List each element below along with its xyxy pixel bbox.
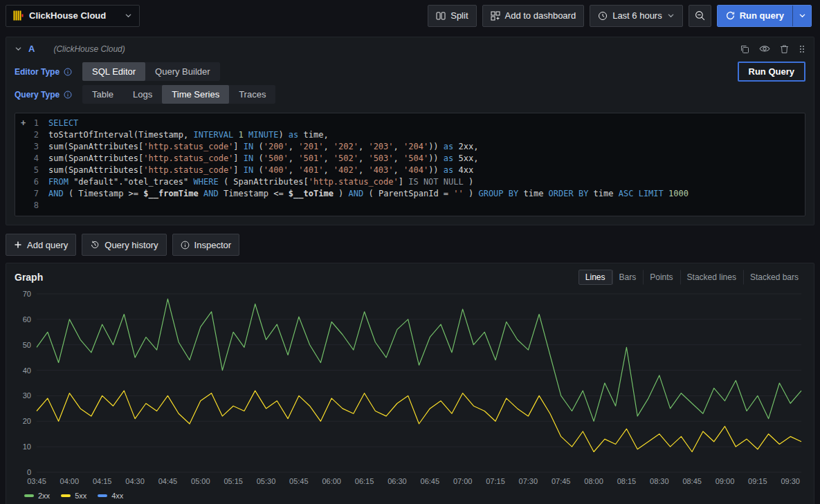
- add-to-dashboard-button[interactable]: Add to dashboard: [482, 5, 585, 27]
- legend-item-4xx[interactable]: 4xx: [98, 492, 123, 500]
- code-line: 3sum(SpanAttributes['http.status_code'] …: [15, 141, 805, 153]
- svg-text:04:00: 04:00: [60, 477, 80, 485]
- legend-label: 5xx: [75, 492, 86, 500]
- datasource-picker[interactable]: ClickHouse Cloud: [6, 5, 140, 27]
- code-gutter: 6: [15, 176, 48, 188]
- chevron-down-icon: [667, 12, 675, 19]
- time-range-label: Last 6 hours: [612, 10, 662, 21]
- svg-text:06:00: 06:00: [322, 477, 341, 485]
- graph-title: Graph: [15, 272, 43, 283]
- svg-text:08:00: 08:00: [584, 477, 603, 485]
- graph-mode-stacked-bars[interactable]: Stacked bars: [743, 270, 805, 285]
- info-icon[interactable]: [64, 68, 72, 76]
- query-type-logs[interactable]: Logs: [123, 85, 162, 104]
- code-line: 8: [15, 200, 805, 212]
- svg-text:07:15: 07:15: [486, 477, 505, 485]
- eye-icon[interactable]: [759, 44, 770, 53]
- zoom-out-button[interactable]: [689, 5, 711, 27]
- editor-type-sql-editor[interactable]: SQL Editor: [82, 62, 145, 81]
- code-line: 5sum(SpanAttributes['http.status_code'] …: [15, 165, 805, 176]
- svg-text:03:45: 03:45: [27, 477, 46, 485]
- svg-text:08:30: 08:30: [650, 477, 669, 485]
- svg-text:05:00: 05:00: [191, 477, 210, 485]
- legend-label: 4xx: [111, 492, 123, 500]
- query-history-button[interactable]: Query history: [82, 234, 166, 256]
- collapse-chevron-icon[interactable]: [15, 45, 22, 53]
- svg-text:04:30: 04:30: [125, 477, 145, 485]
- history-icon: [90, 240, 100, 250]
- query-row-header[interactable]: A (ClickHouse Cloud): [6, 37, 814, 58]
- trash-icon[interactable]: [780, 44, 789, 54]
- query-history-label: Query history: [104, 240, 158, 250]
- svg-text:0: 0: [27, 468, 31, 476]
- svg-text:30: 30: [23, 391, 31, 400]
- legend-item-5xx[interactable]: 5xx: [61, 492, 86, 500]
- inspector-button[interactable]: Inspector: [172, 234, 239, 256]
- svg-text:08:45: 08:45: [682, 477, 702, 485]
- graph-legend: 2xx5xx4xx: [15, 489, 805, 503]
- graph-mode-stacked-lines[interactable]: Stacked lines: [680, 270, 743, 285]
- code-gutter: 4: [15, 153, 48, 165]
- svg-text:50: 50: [23, 341, 31, 349]
- editor-type-query-builder[interactable]: Query Builder: [145, 62, 219, 81]
- chart-svg: 01020304050607003:4504:0004:1504:3004:45…: [15, 287, 805, 489]
- graph-panel: Graph LinesBarsPointsStacked linesStacke…: [6, 263, 814, 504]
- code-gutter: 3: [15, 141, 48, 153]
- datasource-label: ClickHouse Cloud: [29, 10, 119, 21]
- sql-editor[interactable]: +1SELECT2toStartOfInterval(Timestamp, IN…: [15, 113, 805, 216]
- chart-canvas[interactable]: 01020304050607003:4504:0004:1504:3004:45…: [15, 287, 805, 489]
- run-query-split-button[interactable]: Run query: [717, 5, 812, 27]
- split-icon: [436, 11, 446, 21]
- svg-text:60: 60: [23, 315, 31, 324]
- svg-text:07:00: 07:00: [453, 477, 473, 485]
- plus-icon: [14, 241, 22, 249]
- code-gutter: 8: [15, 200, 48, 212]
- svg-text:06:30: 06:30: [388, 477, 407, 485]
- run-query-main[interactable]: Run query: [718, 6, 792, 26]
- query-type-label: Query Type: [15, 90, 60, 100]
- svg-text:07:45: 07:45: [552, 477, 571, 485]
- graph-modes: LinesBarsPointsStacked linesStacked bars: [578, 270, 805, 285]
- graph-mode-bars[interactable]: Bars: [612, 270, 644, 285]
- code-line: 7AND ( Timestamp >= $__fromTime AND Time…: [15, 188, 805, 200]
- query-header-actions: [740, 44, 805, 54]
- run-query-button[interactable]: Run Query: [738, 62, 805, 82]
- svg-text:05:15: 05:15: [224, 477, 243, 485]
- code-line: 4sum(SpanAttributes['http.status_code'] …: [15, 153, 805, 165]
- run-query-dropdown[interactable]: [792, 6, 811, 26]
- drag-handle-icon[interactable]: [799, 44, 805, 54]
- svg-text:05:30: 05:30: [257, 477, 276, 485]
- split-label: Split: [450, 10, 468, 21]
- editor-type-label-wrap: Editor Type: [15, 67, 74, 77]
- graph-mode-lines[interactable]: Lines: [578, 270, 612, 285]
- info-icon: [181, 241, 190, 250]
- legend-label: 2xx: [38, 492, 50, 500]
- graph-mode-points[interactable]: Points: [643, 270, 680, 285]
- svg-text:20: 20: [23, 417, 31, 425]
- query-type-traces[interactable]: Traces: [229, 85, 275, 104]
- add-query-button[interactable]: Add query: [6, 234, 76, 256]
- explore-footer-actions: Add query Query history Inspector: [6, 234, 814, 256]
- add-line-icon[interactable]: +: [21, 118, 26, 129]
- legend-item-2xx[interactable]: 2xx: [24, 492, 50, 500]
- copy-icon[interactable]: [740, 44, 749, 54]
- svg-text:08:15: 08:15: [617, 477, 637, 485]
- legend-swatch: [98, 494, 107, 497]
- query-type-group: TableLogsTime SeriesTraces: [82, 85, 275, 104]
- clickhouse-logo: [13, 10, 24, 21]
- query-editor-panel: A (ClickHouse Cloud) Editor Type SQL Edi…: [6, 37, 814, 225]
- svg-text:04:15: 04:15: [93, 477, 112, 485]
- editor-type-group: SQL EditorQuery Builder: [82, 62, 220, 81]
- chevron-down-icon: [799, 12, 806, 19]
- legend-swatch: [61, 494, 71, 497]
- svg-text:09:00: 09:00: [716, 477, 735, 485]
- info-icon[interactable]: [64, 91, 72, 99]
- svg-text:40: 40: [23, 366, 31, 375]
- query-datasource-hint: (ClickHouse Cloud): [53, 44, 125, 54]
- top-toolbar: ClickHouse Cloud Split Add to dashboard …: [0, 0, 820, 31]
- time-range-picker[interactable]: Last 6 hours: [590, 5, 683, 27]
- split-button[interactable]: Split: [428, 5, 476, 27]
- query-type-label-wrap: Query Type: [15, 90, 74, 100]
- query-type-time-series[interactable]: Time Series: [162, 85, 229, 104]
- query-type-table[interactable]: Table: [82, 85, 123, 104]
